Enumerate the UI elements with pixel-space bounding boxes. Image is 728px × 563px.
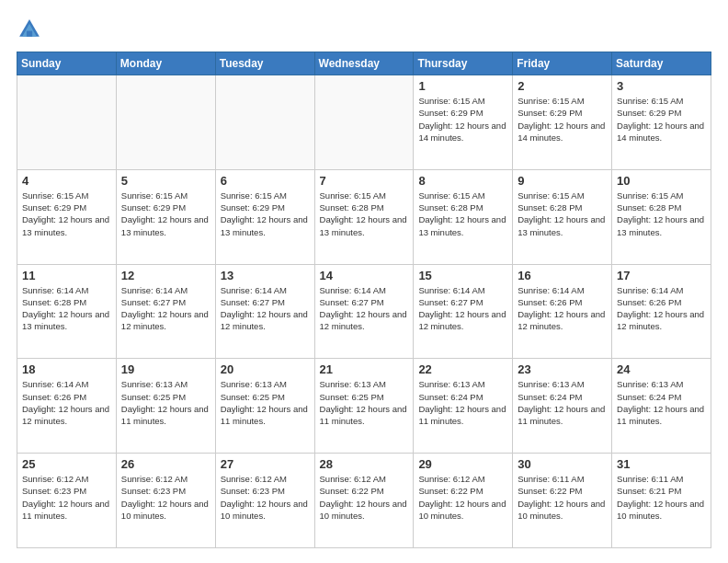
day-number: 11 (22, 269, 111, 282)
day-number: 5 (121, 174, 210, 188)
day-info: Sunrise: 6:12 AM Sunset: 6:23 PM Dayligh… (22, 473, 111, 522)
day-number: 14 (320, 269, 409, 282)
calendar-header-saturday: Saturday (612, 52, 711, 75)
day-info: Sunrise: 6:15 AM Sunset: 6:29 PM Dayligh… (221, 190, 310, 238)
calendar-cell: 23Sunrise: 6:13 AM Sunset: 6:24 PM Dayli… (513, 359, 612, 454)
calendar-week-4: 18Sunrise: 6:14 AM Sunset: 6:26 PM Dayli… (17, 359, 711, 454)
day-info: Sunrise: 6:13 AM Sunset: 6:25 PM Dayligh… (320, 378, 409, 427)
day-info: Sunrise: 6:12 AM Sunset: 6:22 PM Dayligh… (320, 473, 409, 522)
calendar-cell: 10Sunrise: 6:15 AM Sunset: 6:28 PM Dayli… (612, 169, 711, 264)
header (17, 17, 711, 42)
calendar-header-tuesday: Tuesday (215, 52, 314, 75)
day-number: 7 (320, 174, 409, 188)
day-info: Sunrise: 6:15 AM Sunset: 6:28 PM Dayligh… (518, 190, 607, 238)
day-number: 16 (518, 269, 607, 282)
day-number: 9 (518, 174, 607, 188)
day-number: 18 (22, 362, 111, 376)
calendar-cell: 29Sunrise: 6:12 AM Sunset: 6:22 PM Dayli… (414, 454, 513, 548)
calendar-cell: 6Sunrise: 6:15 AM Sunset: 6:29 PM Daylig… (215, 169, 314, 264)
calendar-cell: 16Sunrise: 6:14 AM Sunset: 6:26 PM Dayli… (513, 264, 612, 359)
day-info: Sunrise: 6:14 AM Sunset: 6:26 PM Dayligh… (617, 284, 706, 333)
day-info: Sunrise: 6:12 AM Sunset: 6:23 PM Dayligh… (121, 473, 210, 522)
day-info: Sunrise: 6:11 AM Sunset: 6:22 PM Dayligh… (518, 473, 607, 522)
day-info: Sunrise: 6:15 AM Sunset: 6:29 PM Dayligh… (418, 95, 507, 144)
calendar-cell: 22Sunrise: 6:13 AM Sunset: 6:24 PM Dayli… (414, 359, 513, 454)
calendar-cell: 27Sunrise: 6:12 AM Sunset: 6:23 PM Dayli… (215, 454, 314, 548)
day-info: Sunrise: 6:15 AM Sunset: 6:29 PM Dayligh… (121, 190, 210, 238)
day-info: Sunrise: 6:13 AM Sunset: 6:24 PM Dayligh… (418, 378, 507, 427)
day-info: Sunrise: 6:14 AM Sunset: 6:28 PM Dayligh… (22, 284, 111, 333)
day-number: 12 (121, 269, 210, 282)
day-number: 17 (617, 269, 706, 282)
calendar-cell: 19Sunrise: 6:13 AM Sunset: 6:25 PM Dayli… (116, 359, 215, 454)
day-info: Sunrise: 6:13 AM Sunset: 6:25 PM Dayligh… (221, 378, 310, 427)
day-number: 21 (320, 362, 409, 376)
day-number: 15 (418, 269, 507, 282)
calendar-cell: 13Sunrise: 6:14 AM Sunset: 6:27 PM Dayli… (215, 264, 314, 359)
calendar-cell: 24Sunrise: 6:13 AM Sunset: 6:24 PM Dayli… (612, 359, 711, 454)
calendar-cell (116, 75, 215, 170)
calendar-cell: 25Sunrise: 6:12 AM Sunset: 6:23 PM Dayli… (17, 454, 117, 548)
calendar-cell: 21Sunrise: 6:13 AM Sunset: 6:25 PM Dayli… (314, 359, 414, 454)
calendar-cell: 30Sunrise: 6:11 AM Sunset: 6:22 PM Dayli… (513, 454, 612, 548)
day-number: 30 (518, 457, 607, 471)
calendar-cell: 9Sunrise: 6:15 AM Sunset: 6:28 PM Daylig… (513, 169, 612, 264)
day-info: Sunrise: 6:14 AM Sunset: 6:26 PM Dayligh… (518, 284, 607, 333)
calendar-cell: 12Sunrise: 6:14 AM Sunset: 6:27 PM Dayli… (116, 264, 215, 359)
day-info: Sunrise: 6:13 AM Sunset: 6:24 PM Dayligh… (518, 378, 607, 427)
calendar-cell (314, 75, 414, 170)
day-number: 29 (418, 457, 507, 471)
day-number: 10 (617, 174, 706, 188)
calendar-cell: 20Sunrise: 6:13 AM Sunset: 6:25 PM Dayli… (215, 359, 314, 454)
day-info: Sunrise: 6:15 AM Sunset: 6:29 PM Dayligh… (617, 95, 706, 144)
day-number: 28 (320, 457, 409, 471)
day-info: Sunrise: 6:15 AM Sunset: 6:29 PM Dayligh… (518, 95, 607, 144)
calendar-cell: 7Sunrise: 6:15 AM Sunset: 6:28 PM Daylig… (314, 169, 414, 264)
day-info: Sunrise: 6:12 AM Sunset: 6:23 PM Dayligh… (221, 473, 310, 522)
calendar-header-sunday: Sunday (17, 52, 117, 75)
calendar-cell: 11Sunrise: 6:14 AM Sunset: 6:28 PM Dayli… (17, 264, 117, 359)
day-info: Sunrise: 6:15 AM Sunset: 6:28 PM Dayligh… (418, 190, 507, 238)
day-info: Sunrise: 6:15 AM Sunset: 6:29 PM Dayligh… (22, 190, 111, 238)
calendar-header-friday: Friday (513, 52, 612, 75)
calendar-cell: 5Sunrise: 6:15 AM Sunset: 6:29 PM Daylig… (116, 169, 215, 264)
day-number: 1 (418, 79, 507, 93)
day-info: Sunrise: 6:14 AM Sunset: 6:27 PM Dayligh… (418, 284, 507, 333)
calendar-cell (17, 75, 117, 170)
day-info: Sunrise: 6:15 AM Sunset: 6:28 PM Dayligh… (320, 190, 409, 238)
day-info: Sunrise: 6:13 AM Sunset: 6:24 PM Dayligh… (617, 378, 706, 427)
calendar-cell: 26Sunrise: 6:12 AM Sunset: 6:23 PM Dayli… (116, 454, 215, 548)
day-number: 26 (121, 457, 210, 471)
day-number: 23 (518, 362, 607, 376)
day-number: 19 (121, 362, 210, 376)
calendar-header-thursday: Thursday (414, 52, 513, 75)
logo (17, 17, 46, 42)
page: SundayMondayTuesdayWednesdayThursdayFrid… (0, 0, 728, 563)
calendar-cell: 3Sunrise: 6:15 AM Sunset: 6:29 PM Daylig… (612, 75, 711, 170)
calendar-week-5: 25Sunrise: 6:12 AM Sunset: 6:23 PM Dayli… (17, 454, 711, 548)
calendar-week-3: 11Sunrise: 6:14 AM Sunset: 6:28 PM Dayli… (17, 264, 711, 359)
calendar-header-wednesday: Wednesday (314, 52, 414, 75)
calendar-week-1: 1Sunrise: 6:15 AM Sunset: 6:29 PM Daylig… (17, 75, 711, 170)
calendar-cell: 28Sunrise: 6:12 AM Sunset: 6:22 PM Dayli… (314, 454, 414, 548)
calendar-cell (215, 75, 314, 170)
calendar-header-row: SundayMondayTuesdayWednesdayThursdayFrid… (17, 52, 711, 75)
day-number: 4 (22, 174, 111, 188)
calendar-cell: 15Sunrise: 6:14 AM Sunset: 6:27 PM Dayli… (414, 264, 513, 359)
day-info: Sunrise: 6:14 AM Sunset: 6:27 PM Dayligh… (121, 284, 210, 333)
day-number: 6 (221, 174, 310, 188)
calendar-cell: 4Sunrise: 6:15 AM Sunset: 6:29 PM Daylig… (17, 169, 117, 264)
svg-rect-2 (27, 31, 32, 37)
day-number: 13 (221, 269, 310, 282)
day-info: Sunrise: 6:13 AM Sunset: 6:25 PM Dayligh… (121, 378, 210, 427)
day-info: Sunrise: 6:11 AM Sunset: 6:21 PM Dayligh… (617, 473, 706, 522)
day-number: 8 (418, 174, 507, 188)
day-number: 2 (518, 79, 607, 93)
calendar-cell: 17Sunrise: 6:14 AM Sunset: 6:26 PM Dayli… (612, 264, 711, 359)
day-info: Sunrise: 6:14 AM Sunset: 6:26 PM Dayligh… (22, 378, 111, 427)
calendar-cell: 31Sunrise: 6:11 AM Sunset: 6:21 PM Dayli… (612, 454, 711, 548)
day-number: 25 (22, 457, 111, 471)
calendar-table: SundayMondayTuesdayWednesdayThursdayFrid… (17, 52, 711, 548)
day-number: 22 (418, 362, 507, 376)
day-number: 3 (617, 79, 706, 93)
